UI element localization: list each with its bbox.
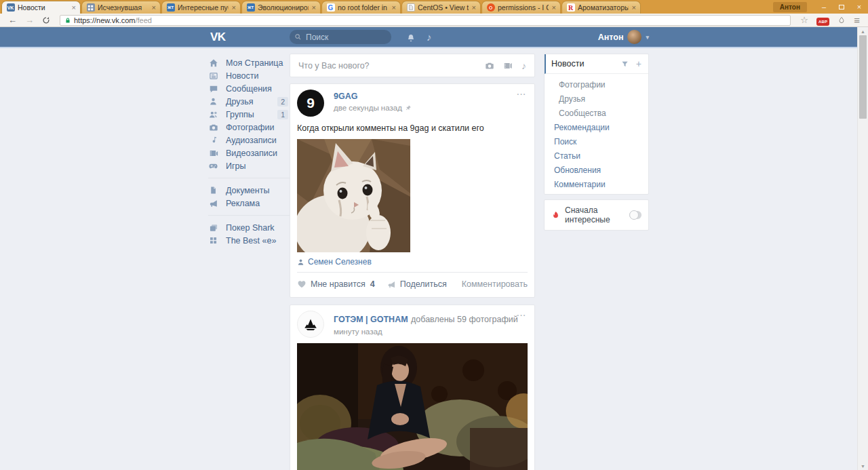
browser-tab[interactable]: CentOS • View topic - [SO× xyxy=(401,1,481,14)
chrome-menu-icon[interactable]: ≡ xyxy=(850,15,864,25)
post-options-button[interactable]: ... xyxy=(517,309,526,317)
ubuntu-favicon xyxy=(486,3,495,12)
scroll-down-icon[interactable]: ▼ xyxy=(858,462,868,470)
sidebar-item-ads[interactable]: Реклама xyxy=(208,197,290,210)
sidebar-item-friends[interactable]: Друзья2 xyxy=(208,95,290,108)
search-input[interactable] xyxy=(290,30,391,44)
post-timestamp[interactable]: две секунды назад xyxy=(334,104,402,112)
browser-tab[interactable]: VKНовости× xyxy=(1,1,81,14)
news-filter-item-recommendations[interactable]: Рекомендации xyxy=(545,120,648,134)
browser-tab[interactable]: ЖТИнтересные публикаци× xyxy=(161,1,241,14)
sidebar-item-news[interactable]: Новости xyxy=(208,69,290,82)
page-scrollbar[interactable]: ▲ ▼ xyxy=(857,27,868,470)
sidebar-item-video[interactable]: Видеозаписи xyxy=(208,146,290,159)
sidebar-item-label: Сообщения xyxy=(226,84,272,94)
camera-icon xyxy=(208,123,218,132)
url-bar[interactable]: https://new.vk.com/feed xyxy=(60,15,791,26)
news-filter-active[interactable]: Новости + xyxy=(545,54,648,74)
browser-tab[interactable]: RАроматизаторы The Perf× xyxy=(561,1,641,14)
attach-video-icon[interactable] xyxy=(503,61,513,71)
browser-tab[interactable]: permissions - I Can't acce× xyxy=(481,1,561,14)
sidebar-item-documents[interactable]: Документы xyxy=(208,184,290,197)
notifications-bell-icon[interactable] xyxy=(406,33,416,42)
chrome-profile-chip[interactable]: Антон xyxy=(773,2,807,12)
redr-favicon: R xyxy=(566,3,575,12)
tab-title: Исчезнувшая xyxy=(98,3,149,12)
news-filter-item-search[interactable]: Поиск xyxy=(545,134,648,149)
header-user-menu[interactable]: Антон ▾ xyxy=(598,30,649,44)
vk-logo[interactable]: VK xyxy=(208,31,226,44)
tab-close-icon[interactable]: × xyxy=(391,3,397,12)
tab-close-icon[interactable]: × xyxy=(151,3,157,12)
page-favicon xyxy=(406,3,415,12)
minimize-button[interactable]: – xyxy=(815,1,833,12)
maximize-button[interactable] xyxy=(833,1,850,12)
attach-music-icon[interactable]: ♪ xyxy=(521,60,526,71)
titlebar-right: Антон – × xyxy=(773,0,868,14)
back-button[interactable]: ← xyxy=(4,16,21,24)
droplet-extension-icon[interactable] xyxy=(833,16,850,24)
sidebar-item-label: Видеозаписи xyxy=(226,149,277,158)
sidebar-item-groups[interactable]: Группы1 xyxy=(208,108,290,121)
comment-button[interactable]: Комментировать xyxy=(462,279,528,289)
sidebar-item-poker-shark[interactable]: Покер Shark xyxy=(208,221,290,234)
tab-close-icon[interactable]: × xyxy=(231,3,237,12)
status-composer[interactable]: Что у Вас нового? ♪ xyxy=(290,54,535,77)
feed-post: ГОТЭМ | GOTHAM добавлены 59 фотографий м… xyxy=(290,305,535,470)
sidebar-item-my-page[interactable]: Моя Страница xyxy=(208,56,290,69)
news-filter-item-friends[interactable]: Друзья xyxy=(545,92,648,106)
post-photo-crying-cat[interactable] xyxy=(297,139,410,252)
post-timestamp[interactable]: минуту назад xyxy=(334,328,382,336)
sidebar-item-messages[interactable]: Сообщения xyxy=(208,82,290,95)
adblock-extension-icon[interactable]: ABP xyxy=(812,16,833,24)
tab-close-icon[interactable]: × xyxy=(311,3,317,12)
tab-close-icon[interactable]: × xyxy=(471,3,477,12)
like-button[interactable]: Мне нравится 4 xyxy=(297,279,375,289)
doc-icon xyxy=(208,186,218,195)
grid4-icon xyxy=(208,236,218,245)
browser-tab[interactable]: Gno root folder in home ce× xyxy=(321,1,401,14)
browser-tab[interactable]: ЖТЭволюционировали-зво× xyxy=(241,1,321,14)
tab-title: no root folder in home ce xyxy=(338,3,389,12)
sidebar-item-label: Друзья xyxy=(226,97,254,106)
music-icon[interactable]: ♪ xyxy=(427,31,432,43)
news-filter-item-updates[interactable]: Обновления xyxy=(545,163,648,177)
refresh-button[interactable] xyxy=(38,16,54,24)
news-filter-item-comments[interactable]: Комментарии xyxy=(545,177,648,191)
post-photo-large[interactable] xyxy=(297,343,528,470)
attach-photo-icon[interactable] xyxy=(485,61,494,71)
sidebar-item-the-best[interactable]: The Best «е» xyxy=(208,234,290,247)
scroll-up-icon[interactable]: ▲ xyxy=(858,27,868,35)
post-text: Когда открыли комменты на 9gag и скатили… xyxy=(290,119,534,139)
pin-icon xyxy=(405,104,412,111)
sidebar-item-label: Фотографии xyxy=(226,123,274,132)
sidebar-divider xyxy=(208,215,290,216)
bookmark-star-icon[interactable]: ☆ xyxy=(796,16,812,24)
news-filter-item-communities[interactable]: Сообщества xyxy=(545,106,648,120)
filter-funnel-icon[interactable] xyxy=(621,60,629,68)
post-author-link[interactable]: ГОТЭМ | GOTHAM xyxy=(334,315,408,324)
tab-close-icon[interactable]: × xyxy=(71,3,77,12)
vk-header: VK ♪ Антон ▾ xyxy=(0,27,857,48)
sidebar-item-audio[interactable]: Аудиозаписи xyxy=(208,134,290,146)
post-author-link[interactable]: 9GAG xyxy=(334,92,412,101)
add-filter-icon[interactable]: + xyxy=(636,58,642,69)
news-filter-item-articles[interactable]: Статьи xyxy=(545,149,648,163)
tagged-person-row[interactable]: Семен Селезнев xyxy=(290,252,534,272)
browser-tab[interactable]: Исчезнувшая× xyxy=(81,1,161,14)
scrollbar-thumb[interactable] xyxy=(859,35,867,119)
tagged-person-link[interactable]: Семен Селезнев xyxy=(308,257,372,267)
url-path: /feed xyxy=(135,16,151,24)
close-button[interactable]: × xyxy=(850,1,868,12)
composer-placeholder: Что у Вас нового? xyxy=(298,61,370,71)
post-options-button[interactable]: ... xyxy=(517,88,526,96)
gotham-logo-avatar[interactable] xyxy=(297,311,324,338)
interesting-first-toggle[interactable] xyxy=(629,211,642,219)
9gag-logo-avatar[interactable]: 9 xyxy=(297,90,324,117)
news-filter-item-photos[interactable]: Фотографии xyxy=(545,77,648,92)
sidebar-item-photos[interactable]: Фотографии xyxy=(208,121,290,134)
tab-close-icon[interactable]: × xyxy=(551,3,557,12)
sidebar-item-games[interactable]: Игры xyxy=(208,159,290,172)
tab-close-icon[interactable]: × xyxy=(631,3,637,12)
share-button[interactable]: Поделиться xyxy=(387,279,447,289)
